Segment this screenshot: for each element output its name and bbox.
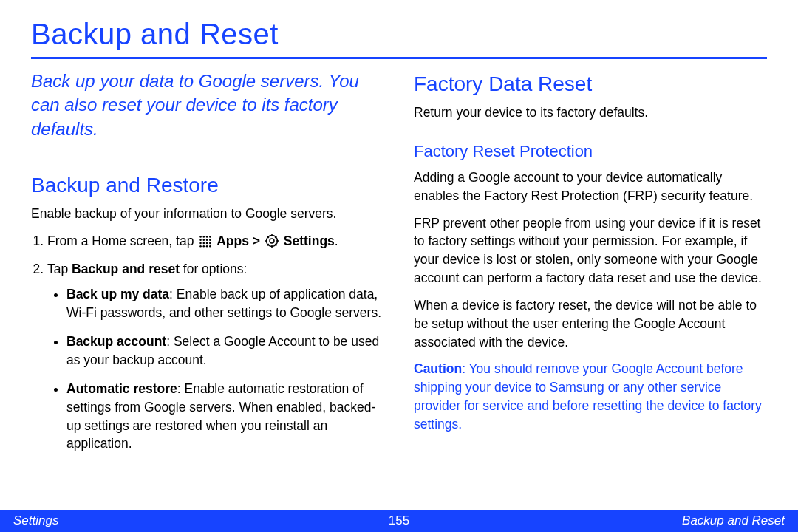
svg-point-2 [206, 236, 208, 238]
step-1-post: . [335, 233, 338, 248]
settings-label: Settings [284, 233, 335, 248]
svg-point-0 [200, 236, 202, 238]
content-columns: Back up your data to Google servers. You… [31, 69, 767, 463]
footer-page-number: 155 [389, 514, 409, 528]
step-1-pre: From a Home screen, tap [47, 233, 197, 248]
svg-point-1 [203, 236, 205, 238]
frp-p2: FRP prevent other people from using your… [414, 214, 767, 287]
right-column: Factory Data Reset Return your device to… [414, 69, 767, 463]
svg-point-6 [206, 239, 208, 241]
frp-subheading: Factory Reset Protection [414, 140, 767, 163]
svg-point-14 [206, 245, 208, 248]
intro-text: Back up your data to Google servers. You… [31, 69, 384, 141]
svg-point-11 [209, 242, 211, 245]
title-divider [31, 57, 767, 59]
page-footer: Settings 155 Backup and Reset [0, 510, 798, 532]
step-1: From a Home screen, tap Apps > Settings. [47, 232, 384, 253]
caution-body: : You should remove your Google Account … [414, 361, 762, 432]
left-column: Back up your data to Google servers. You… [31, 69, 384, 463]
footer-left: Settings [13, 514, 58, 528]
caution-paragraph: Caution: You should remove your Google A… [414, 360, 767, 433]
bullet-1-bold: Back up my data [66, 287, 169, 301]
svg-point-3 [209, 236, 211, 238]
gear-icon [265, 234, 279, 253]
svg-point-12 [200, 245, 202, 248]
apps-label: Apps [216, 233, 249, 248]
gt-separator: > [253, 233, 260, 248]
step-2-post: for options: [180, 262, 247, 276]
page-title: Backup and Reset [31, 18, 767, 51]
steps-list: From a Home screen, tap Apps > Settings.… [31, 232, 384, 453]
options-bullets: Back up my data: Enable back up of appli… [47, 285, 384, 453]
svg-point-7 [209, 239, 211, 241]
backup-restore-heading: Backup and Restore [31, 171, 384, 200]
svg-point-9 [203, 242, 205, 245]
step-2-pre: Tap [47, 262, 72, 276]
frp-p3: When a device is factory reset, the devi… [414, 296, 767, 352]
factory-reset-lead: Return your device to its factory defaul… [414, 103, 767, 122]
step-2-bold: Backup and reset [72, 262, 180, 276]
factory-reset-heading: Factory Data Reset [414, 69, 767, 99]
svg-point-8 [200, 242, 202, 245]
svg-point-15 [209, 245, 211, 248]
svg-point-17 [270, 239, 274, 243]
svg-point-4 [200, 239, 202, 241]
svg-point-10 [206, 242, 208, 245]
svg-point-5 [203, 239, 205, 241]
bullet-backup-account: Backup account: Select a Google Account … [66, 332, 384, 369]
step-2: Tap Backup and reset for options: Back u… [47, 260, 384, 454]
bullet-2-bold: Backup account [66, 334, 166, 349]
svg-point-13 [203, 245, 205, 248]
footer-right: Backup and Reset [682, 514, 785, 528]
backup-restore-lead: Enable backup of your information to Goo… [31, 205, 384, 223]
frp-p1: Adding a Google account to your device a… [414, 168, 767, 205]
bullet-automatic-restore: Automatic restore: Enable automatic rest… [66, 380, 384, 453]
bullet-backup-my-data: Back up my data: Enable back up of appli… [66, 285, 384, 322]
bullet-3-bold: Automatic restore [66, 381, 177, 396]
caution-label: Caution [414, 361, 462, 376]
apps-grid-icon [199, 234, 211, 253]
